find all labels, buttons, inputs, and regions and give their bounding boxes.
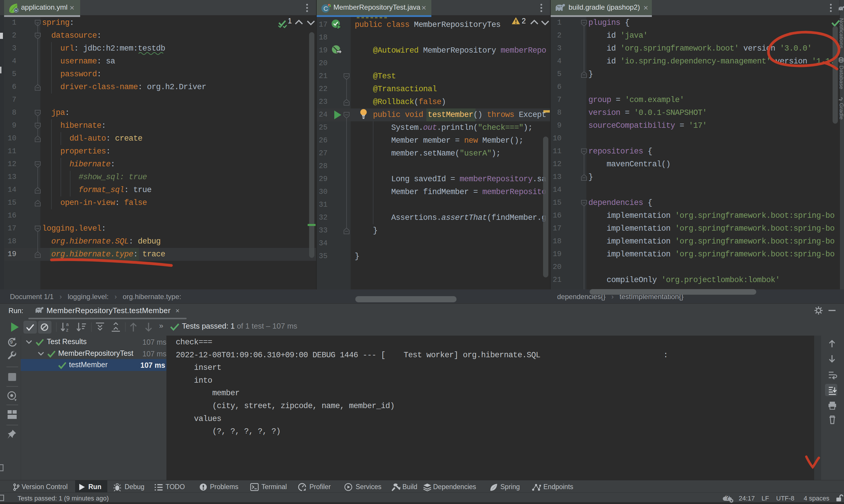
svg-text:z: z: [66, 327, 68, 332]
svg-text:C: C: [323, 5, 328, 12]
svg-text:a: a: [66, 322, 69, 327]
svg-text:?: ?: [725, 494, 729, 501]
